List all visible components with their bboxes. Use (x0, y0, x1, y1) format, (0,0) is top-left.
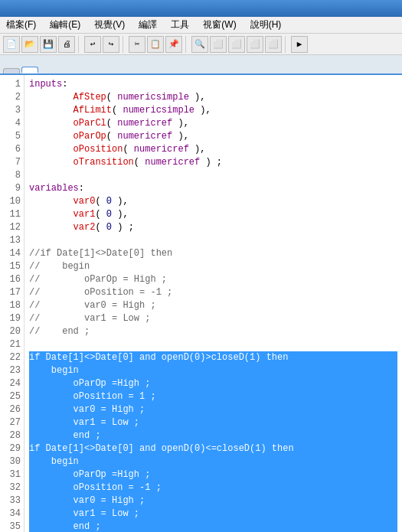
line-num-27: 27 (5, 416, 21, 429)
toolbar-compile[interactable]: ▶ (291, 36, 308, 53)
line-num-29: 29 (5, 442, 21, 455)
line-num-6: 6 (5, 143, 21, 156)
tab-bar (0, 55, 402, 75)
line-num-26: 26 (5, 403, 21, 416)
line-num-2: 2 (5, 91, 21, 104)
line-num-24: 24 (5, 377, 21, 390)
line-num-28: 28 (5, 429, 21, 442)
line-num-18: 18 (5, 299, 21, 312)
line-num-16: 16 (5, 273, 21, 286)
line-num-14: 14 (5, 247, 21, 260)
line-numbers: 1234567891011121314151617181920212223242… (0, 75, 25, 532)
menu-item-f[interactable]: 檔案(F) (3, 18, 39, 32)
toolbar-sep3 (185, 36, 188, 53)
title-bar (0, 0, 402, 17)
toolbar-save[interactable]: 💾 (40, 36, 57, 53)
line-num-3: 3 (5, 104, 21, 117)
line-num-5: 5 (5, 130, 21, 143)
toolbar: 📄 📂 💾 🖨 ↩ ↪ ✂ 📋 📌 🔍 ⬜ ⬜ ⬜ ⬜ ▶ (0, 34, 402, 55)
line-num-9: 9 (5, 182, 21, 195)
line-num-13: 13 (5, 234, 21, 247)
tab-parabolicsar[interactable] (3, 68, 20, 73)
menu-bar: 檔案(F)編輯(E)視覺(V)編譯工具視窗(W)說明(H) (0, 17, 402, 34)
toolbar-sep1 (78, 36, 81, 53)
toolbar-sep4 (285, 36, 288, 53)
menu-item-e[interactable]: 編輯(E) (47, 18, 83, 32)
line-num-15: 15 (5, 260, 21, 273)
line-num-4: 4 (5, 117, 21, 130)
toolbar-open[interactable]: 📂 (21, 36, 38, 53)
menu-item-[interactable]: 編譯 (136, 18, 160, 32)
line-num-32: 32 (5, 481, 21, 494)
line-num-35: 35 (5, 521, 21, 532)
line-num-8: 8 (5, 169, 21, 182)
toolbar-cut[interactable]: ✂ (129, 36, 145, 53)
line-num-12: 12 (5, 221, 21, 234)
menu-item-v[interactable]: 視覺(V) (91, 18, 128, 32)
line-num-11: 11 (5, 208, 21, 221)
toolbar-copy[interactable]: 📋 (147, 36, 164, 53)
toolbar-paste[interactable]: 📌 (165, 36, 182, 53)
toolbar-icon8[interactable]: ⬜ (247, 36, 263, 53)
line-num-34: 34 (5, 508, 21, 521)
toolbar-sep2 (123, 36, 126, 53)
line-num-21: 21 (5, 338, 21, 351)
line-num-33: 33 (5, 494, 21, 508)
toolbar-undo[interactable]: ↩ (84, 36, 101, 53)
toolbar-icon9[interactable]: ⬜ (265, 36, 282, 53)
toolbar-icon4[interactable]: 🖨 (58, 36, 75, 53)
line-num-30: 30 (5, 455, 21, 468)
line-num-19: 19 (5, 312, 21, 325)
line-num-1: 1 (5, 78, 21, 91)
line-num-22: 22 (5, 351, 21, 364)
line-num-25: 25 (5, 390, 21, 403)
toolbar-icon7[interactable]: ⬜ (228, 36, 245, 53)
menu-item-[interactable]: 工具 (168, 18, 192, 32)
menu-item-w[interactable]: 視窗(W) (200, 18, 239, 32)
toolbar-find[interactable]: 🔍 (191, 36, 208, 53)
line-num-20: 20 (5, 325, 21, 338)
code-area[interactable]: 1234567891011121314151617181920212223242… (0, 75, 402, 532)
line-num-23: 23 (5, 364, 21, 377)
line-num-7: 7 (5, 156, 21, 169)
menu-item-h[interactable]: 說明(H) (247, 18, 285, 32)
toolbar-new[interactable]: 📄 (3, 36, 20, 53)
line-num-17: 17 (5, 286, 21, 299)
toolbar-redo[interactable]: ↪ (103, 36, 119, 53)
tab-daily-parabolicsar[interactable] (21, 67, 38, 73)
line-num-31: 31 (5, 468, 21, 481)
code-content[interactable]: inputs: AfStep( numericsimple ), AfLimit… (25, 75, 402, 532)
line-num-10: 10 (5, 195, 21, 208)
toolbar-icon6[interactable]: ⬜ (210, 36, 227, 53)
